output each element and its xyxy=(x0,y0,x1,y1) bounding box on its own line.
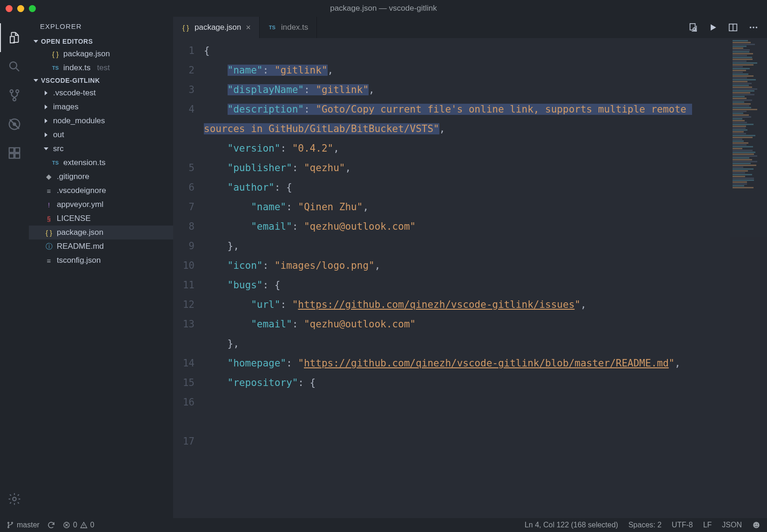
svg-point-21 xyxy=(753,522,760,528)
svg-rect-6 xyxy=(9,148,14,153)
folder-item[interactable]: src xyxy=(29,142,173,156)
item-name: tsconfig.json xyxy=(57,256,101,265)
code[interactable]: { "name": "gitlink", "displayName": "git… xyxy=(204,38,767,518)
language-mode[interactable]: JSON xyxy=(722,521,742,529)
code-line[interactable]: "name": "Qinen Zhu", xyxy=(204,197,725,217)
tab-label: package.json xyxy=(195,23,241,32)
svg-rect-9 xyxy=(15,148,20,153)
file-item[interactable]: §LICENSE xyxy=(29,212,173,226)
folder-item[interactable]: out xyxy=(29,128,173,142)
svg-point-1 xyxy=(10,90,13,93)
folder-arrow-icon xyxy=(45,91,47,95)
branch-name: master xyxy=(17,521,40,529)
settings-gear-icon[interactable] xyxy=(0,485,29,513)
code-line[interactable]: "author": { xyxy=(204,178,725,197)
file-item[interactable]: TSextension.ts xyxy=(29,156,173,170)
error-count: 0 xyxy=(73,521,77,529)
code-line[interactable]: "description": "Goto/Copy current file's… xyxy=(204,100,725,139)
code-line[interactable]: "name": "gitlink", xyxy=(204,60,725,80)
code-line[interactable]: "version": "0.4.2", xyxy=(204,139,725,158)
svg-point-14 xyxy=(750,27,752,28)
open-editor-item[interactable]: TSindex.tstest xyxy=(29,61,173,75)
item-name: src xyxy=(53,144,64,153)
editor-tab[interactable]: { }package.json× xyxy=(173,17,260,38)
eol[interactable]: LF xyxy=(703,521,712,529)
svg-rect-11 xyxy=(690,24,695,30)
svg-point-23 xyxy=(757,524,758,525)
svg-point-3 xyxy=(13,98,16,101)
svg-point-5 xyxy=(13,122,16,126)
minimize-window-button[interactable] xyxy=(17,5,24,12)
code-line[interactable]: "email": "qezhu@outlook.com" xyxy=(204,314,725,334)
svg-rect-7 xyxy=(9,153,14,158)
code-line[interactable]: }, xyxy=(204,236,725,256)
code-line[interactable]: "homepage": "https://github.com/qinezh/v… xyxy=(204,353,725,373)
file-item[interactable]: !appveyor.yml xyxy=(29,198,173,212)
item-name: extension.ts xyxy=(63,158,106,167)
code-line[interactable]: "email": "qezhu@outlook.com" xyxy=(204,217,725,236)
svg-point-16 xyxy=(756,27,758,28)
explorer-icon[interactable] xyxy=(0,23,29,52)
code-line[interactable]: "repository": { xyxy=(204,373,725,392)
split-editor-icon[interactable] xyxy=(728,22,738,33)
window-title: package.json — vscode-gitlink xyxy=(330,4,437,13)
code-line[interactable]: "publisher": "qezhu", xyxy=(204,158,725,178)
svg-point-17 xyxy=(8,522,9,524)
code-line[interactable]: "bugs": { xyxy=(204,275,725,295)
code-line[interactable]: "displayName": "gitlink", xyxy=(204,80,725,100)
chevron-down-icon xyxy=(34,40,38,43)
encoding[interactable]: UTF-8 xyxy=(672,521,693,529)
indentation[interactable]: Spaces: 2 xyxy=(628,521,661,529)
file-item[interactable]: { }package.json xyxy=(29,226,173,239)
activity-bar xyxy=(0,17,29,518)
folder-item[interactable]: images xyxy=(29,100,173,114)
feedback-icon[interactable] xyxy=(752,521,760,529)
more-actions-icon[interactable] xyxy=(748,22,759,33)
tab-label: index.ts xyxy=(281,23,309,32)
workspace-header[interactable]: VSCODE-GITLINK xyxy=(29,75,173,86)
item-name: .vscodeignore xyxy=(57,186,106,195)
file-suffix: test xyxy=(97,63,110,73)
source-control-icon[interactable] xyxy=(0,81,29,110)
debug-icon[interactable] xyxy=(0,110,29,139)
file-name: package.json xyxy=(63,49,110,59)
maximize-window-button[interactable] xyxy=(29,5,36,12)
titlebar: package.json — vscode-gitlink xyxy=(0,0,767,17)
search-icon[interactable] xyxy=(0,52,29,81)
file-item[interactable]: ⓘREADME.md xyxy=(29,239,173,253)
code-line[interactable]: { xyxy=(204,41,725,60)
close-window-button[interactable] xyxy=(6,5,13,12)
minimap[interactable] xyxy=(730,38,767,518)
statusbar: master 0 0 Ln 4, Col 122 (168 selected) … xyxy=(0,518,767,532)
sync-icon[interactable] xyxy=(47,521,55,529)
file-item[interactable]: ◆.gitignore xyxy=(29,170,173,184)
code-line[interactable]: "url": "https://github.com/qinezh/vscode… xyxy=(204,295,725,314)
run-icon[interactable] xyxy=(708,23,718,32)
item-name: .vscode-test xyxy=(53,88,96,98)
file-item[interactable]: ≡.vscodeignore xyxy=(29,184,173,198)
item-name: README.md xyxy=(57,242,104,251)
file-item[interactable]: ≡tsconfig.json xyxy=(29,253,173,267)
item-name: LICENSE xyxy=(57,214,91,223)
traffic-lights xyxy=(6,5,36,12)
code-line[interactable]: "icon": "images/logo.png", xyxy=(204,256,725,275)
code-line[interactable]: }, xyxy=(204,334,725,353)
git-branch[interactable]: master xyxy=(7,521,40,529)
extensions-icon[interactable] xyxy=(0,139,29,167)
open-editor-item[interactable]: { }package.json xyxy=(29,47,173,61)
editor-body[interactable]: 1234567891011121314151617 { "name": "git… xyxy=(173,38,767,518)
folder-arrow-icon xyxy=(44,147,48,150)
folder-arrow-icon xyxy=(45,105,47,109)
item-name: .gitignore xyxy=(57,172,89,181)
folder-item[interactable]: node_modules xyxy=(29,114,173,128)
open-editors-header[interactable]: OPEN EDITORS xyxy=(29,36,173,47)
cursor-position[interactable]: Ln 4, Col 122 (168 selected) xyxy=(525,521,618,529)
folder-arrow-icon xyxy=(45,119,47,123)
svg-point-22 xyxy=(755,524,756,525)
problems[interactable]: 0 0 xyxy=(63,521,94,529)
close-tab-icon[interactable]: × xyxy=(246,23,251,33)
editor-tab[interactable]: TSindex.ts xyxy=(260,17,317,38)
open-changes-icon[interactable] xyxy=(688,22,698,33)
folder-item[interactable]: .vscode-test xyxy=(29,86,173,100)
editor-area: { }package.json×TSindex.ts 1234567891011… xyxy=(173,17,767,518)
